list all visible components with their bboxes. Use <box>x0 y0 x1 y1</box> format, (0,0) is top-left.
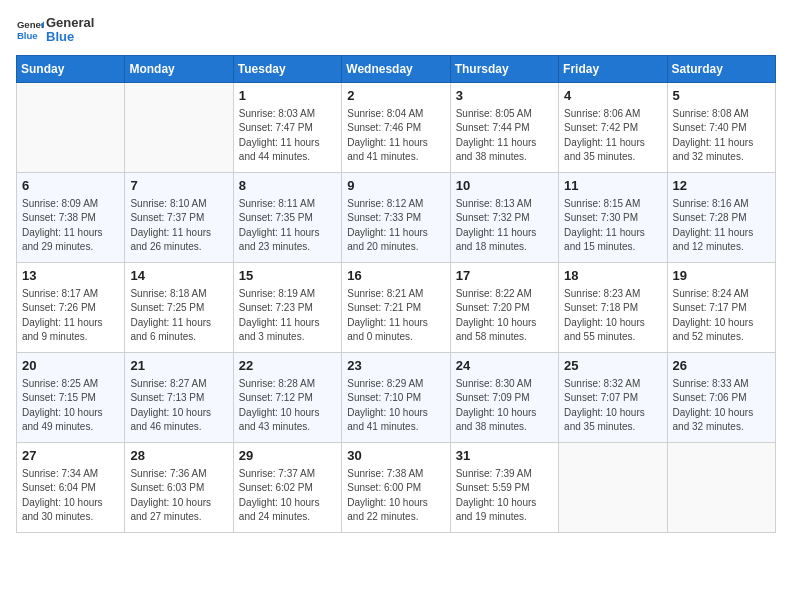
calendar-cell: 31Sunrise: 7:39 AM Sunset: 5:59 PM Dayli… <box>450 442 558 532</box>
day-info: Sunrise: 8:03 AM Sunset: 7:47 PM Dayligh… <box>239 107 336 165</box>
weekday-header-thursday: Thursday <box>450 55 558 82</box>
calendar-cell: 11Sunrise: 8:15 AM Sunset: 7:30 PM Dayli… <box>559 172 667 262</box>
weekday-header-row: SundayMondayTuesdayWednesdayThursdayFrid… <box>17 55 776 82</box>
day-number: 10 <box>456 177 553 195</box>
day-info: Sunrise: 8:32 AM Sunset: 7:07 PM Dayligh… <box>564 377 661 435</box>
logo-blue-text: Blue <box>46 30 94 44</box>
day-info: Sunrise: 7:34 AM Sunset: 6:04 PM Dayligh… <box>22 467 119 525</box>
calendar-cell: 14Sunrise: 8:18 AM Sunset: 7:25 PM Dayli… <box>125 262 233 352</box>
day-info: Sunrise: 7:39 AM Sunset: 5:59 PM Dayligh… <box>456 467 553 525</box>
calendar-cell <box>667 442 775 532</box>
calendar-cell: 23Sunrise: 8:29 AM Sunset: 7:10 PM Dayli… <box>342 352 450 442</box>
day-number: 31 <box>456 447 553 465</box>
day-number: 25 <box>564 357 661 375</box>
day-info: Sunrise: 8:16 AM Sunset: 7:28 PM Dayligh… <box>673 197 770 255</box>
logo-general-text: General <box>46 16 94 30</box>
day-number: 11 <box>564 177 661 195</box>
day-number: 14 <box>130 267 227 285</box>
day-number: 28 <box>130 447 227 465</box>
day-info: Sunrise: 8:17 AM Sunset: 7:26 PM Dayligh… <box>22 287 119 345</box>
weekday-header-saturday: Saturday <box>667 55 775 82</box>
day-info: Sunrise: 8:10 AM Sunset: 7:37 PM Dayligh… <box>130 197 227 255</box>
calendar-cell: 19Sunrise: 8:24 AM Sunset: 7:17 PM Dayli… <box>667 262 775 352</box>
week-row-4: 20Sunrise: 8:25 AM Sunset: 7:15 PM Dayli… <box>17 352 776 442</box>
day-number: 6 <box>22 177 119 195</box>
day-info: Sunrise: 8:19 AM Sunset: 7:23 PM Dayligh… <box>239 287 336 345</box>
day-number: 16 <box>347 267 444 285</box>
day-info: Sunrise: 8:12 AM Sunset: 7:33 PM Dayligh… <box>347 197 444 255</box>
day-info: Sunrise: 8:18 AM Sunset: 7:25 PM Dayligh… <box>130 287 227 345</box>
week-row-1: 1Sunrise: 8:03 AM Sunset: 7:47 PM Daylig… <box>17 82 776 172</box>
week-row-5: 27Sunrise: 7:34 AM Sunset: 6:04 PM Dayli… <box>17 442 776 532</box>
day-number: 18 <box>564 267 661 285</box>
day-number: 4 <box>564 87 661 105</box>
calendar-cell: 6Sunrise: 8:09 AM Sunset: 7:38 PM Daylig… <box>17 172 125 262</box>
svg-text:Blue: Blue <box>17 30 38 41</box>
calendar-cell: 26Sunrise: 8:33 AM Sunset: 7:06 PM Dayli… <box>667 352 775 442</box>
day-number: 9 <box>347 177 444 195</box>
day-info: Sunrise: 8:21 AM Sunset: 7:21 PM Dayligh… <box>347 287 444 345</box>
calendar-cell: 21Sunrise: 8:27 AM Sunset: 7:13 PM Dayli… <box>125 352 233 442</box>
day-number: 24 <box>456 357 553 375</box>
calendar-cell: 4Sunrise: 8:06 AM Sunset: 7:42 PM Daylig… <box>559 82 667 172</box>
day-info: Sunrise: 8:27 AM Sunset: 7:13 PM Dayligh… <box>130 377 227 435</box>
calendar-cell: 3Sunrise: 8:05 AM Sunset: 7:44 PM Daylig… <box>450 82 558 172</box>
day-info: Sunrise: 8:29 AM Sunset: 7:10 PM Dayligh… <box>347 377 444 435</box>
day-number: 13 <box>22 267 119 285</box>
calendar-cell: 12Sunrise: 8:16 AM Sunset: 7:28 PM Dayli… <box>667 172 775 262</box>
weekday-header-wednesday: Wednesday <box>342 55 450 82</box>
day-number: 8 <box>239 177 336 195</box>
day-info: Sunrise: 8:04 AM Sunset: 7:46 PM Dayligh… <box>347 107 444 165</box>
day-number: 3 <box>456 87 553 105</box>
day-info: Sunrise: 8:28 AM Sunset: 7:12 PM Dayligh… <box>239 377 336 435</box>
calendar-cell: 5Sunrise: 8:08 AM Sunset: 7:40 PM Daylig… <box>667 82 775 172</box>
day-info: Sunrise: 7:36 AM Sunset: 6:03 PM Dayligh… <box>130 467 227 525</box>
day-number: 19 <box>673 267 770 285</box>
calendar-cell: 16Sunrise: 8:21 AM Sunset: 7:21 PM Dayli… <box>342 262 450 352</box>
day-info: Sunrise: 8:30 AM Sunset: 7:09 PM Dayligh… <box>456 377 553 435</box>
day-number: 15 <box>239 267 336 285</box>
day-info: Sunrise: 8:15 AM Sunset: 7:30 PM Dayligh… <box>564 197 661 255</box>
day-number: 30 <box>347 447 444 465</box>
calendar-cell: 10Sunrise: 8:13 AM Sunset: 7:32 PM Dayli… <box>450 172 558 262</box>
calendar-cell: 8Sunrise: 8:11 AM Sunset: 7:35 PM Daylig… <box>233 172 341 262</box>
day-info: Sunrise: 8:05 AM Sunset: 7:44 PM Dayligh… <box>456 107 553 165</box>
page-header: General Blue General Blue <box>16 16 776 45</box>
calendar-cell: 18Sunrise: 8:23 AM Sunset: 7:18 PM Dayli… <box>559 262 667 352</box>
day-number: 20 <box>22 357 119 375</box>
day-info: Sunrise: 8:22 AM Sunset: 7:20 PM Dayligh… <box>456 287 553 345</box>
weekday-header-monday: Monday <box>125 55 233 82</box>
calendar-table: SundayMondayTuesdayWednesdayThursdayFrid… <box>16 55 776 533</box>
day-number: 2 <box>347 87 444 105</box>
calendar-cell: 22Sunrise: 8:28 AM Sunset: 7:12 PM Dayli… <box>233 352 341 442</box>
day-info: Sunrise: 8:08 AM Sunset: 7:40 PM Dayligh… <box>673 107 770 165</box>
svg-text:General: General <box>17 20 44 31</box>
week-row-2: 6Sunrise: 8:09 AM Sunset: 7:38 PM Daylig… <box>17 172 776 262</box>
logo-icon: General Blue <box>16 16 44 44</box>
calendar-cell: 20Sunrise: 8:25 AM Sunset: 7:15 PM Dayli… <box>17 352 125 442</box>
calendar-cell: 27Sunrise: 7:34 AM Sunset: 6:04 PM Dayli… <box>17 442 125 532</box>
day-number: 23 <box>347 357 444 375</box>
calendar-cell: 7Sunrise: 8:10 AM Sunset: 7:37 PM Daylig… <box>125 172 233 262</box>
day-number: 29 <box>239 447 336 465</box>
weekday-header-tuesday: Tuesday <box>233 55 341 82</box>
day-info: Sunrise: 8:09 AM Sunset: 7:38 PM Dayligh… <box>22 197 119 255</box>
calendar-cell <box>125 82 233 172</box>
day-number: 22 <box>239 357 336 375</box>
calendar-cell: 15Sunrise: 8:19 AM Sunset: 7:23 PM Dayli… <box>233 262 341 352</box>
calendar-cell <box>559 442 667 532</box>
calendar-cell: 29Sunrise: 7:37 AM Sunset: 6:02 PM Dayli… <box>233 442 341 532</box>
day-info: Sunrise: 7:38 AM Sunset: 6:00 PM Dayligh… <box>347 467 444 525</box>
calendar-cell: 2Sunrise: 8:04 AM Sunset: 7:46 PM Daylig… <box>342 82 450 172</box>
calendar-cell: 30Sunrise: 7:38 AM Sunset: 6:00 PM Dayli… <box>342 442 450 532</box>
calendar-cell: 25Sunrise: 8:32 AM Sunset: 7:07 PM Dayli… <box>559 352 667 442</box>
weekday-header-friday: Friday <box>559 55 667 82</box>
day-number: 12 <box>673 177 770 195</box>
day-number: 7 <box>130 177 227 195</box>
day-number: 5 <box>673 87 770 105</box>
calendar-cell: 17Sunrise: 8:22 AM Sunset: 7:20 PM Dayli… <box>450 262 558 352</box>
week-row-3: 13Sunrise: 8:17 AM Sunset: 7:26 PM Dayli… <box>17 262 776 352</box>
calendar-cell: 9Sunrise: 8:12 AM Sunset: 7:33 PM Daylig… <box>342 172 450 262</box>
day-info: Sunrise: 7:37 AM Sunset: 6:02 PM Dayligh… <box>239 467 336 525</box>
day-number: 1 <box>239 87 336 105</box>
